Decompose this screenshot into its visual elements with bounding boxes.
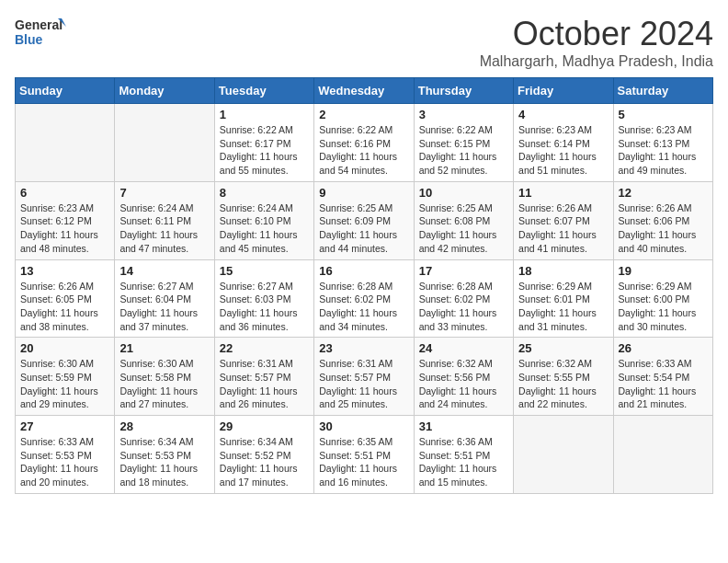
logo-svg: GeneralBlue	[15, 15, 70, 52]
day-cell-1: 1Sunrise: 6:22 AM Sunset: 6:17 PM Daylig…	[214, 104, 313, 182]
col-header-wednesday: Wednesday	[314, 78, 414, 104]
day-cell-12: 12Sunrise: 6:26 AM Sunset: 6:06 PM Dayli…	[613, 181, 712, 259]
day-cell-10: 10Sunrise: 6:25 AM Sunset: 6:08 PM Dayli…	[414, 181, 513, 259]
day-info: Sunrise: 6:28 AM Sunset: 6:02 PM Dayligh…	[319, 280, 408, 334]
day-number: 20	[20, 341, 109, 355]
day-info: Sunrise: 6:31 AM Sunset: 5:57 PM Dayligh…	[220, 357, 309, 411]
day-cell-16: 16Sunrise: 6:28 AM Sunset: 6:02 PM Dayli…	[314, 259, 414, 338]
day-info: Sunrise: 6:29 AM Sunset: 6:01 PM Dayligh…	[518, 280, 608, 334]
day-info: Sunrise: 6:23 AM Sunset: 6:14 PM Dayligh…	[518, 123, 608, 178]
day-info: Sunrise: 6:22 AM Sunset: 6:15 PM Dayligh…	[419, 123, 508, 178]
day-info: Sunrise: 6:31 AM Sunset: 5:57 PM Dayligh…	[319, 357, 408, 411]
day-info: Sunrise: 6:23 AM Sunset: 6:13 PM Dayligh…	[619, 123, 708, 178]
calendar-week-3: 13Sunrise: 6:26 AM Sunset: 6:05 PM Dayli…	[16, 259, 713, 338]
calendar-table: SundayMondayTuesdayWednesdayThursdayFrid…	[15, 77, 713, 494]
day-info: Sunrise: 6:25 AM Sunset: 6:08 PM Dayligh…	[419, 201, 508, 256]
day-number: 24	[419, 341, 508, 355]
day-info: Sunrise: 6:32 AM Sunset: 5:55 PM Dayligh…	[518, 357, 608, 411]
day-cell-15: 15Sunrise: 6:27 AM Sunset: 6:03 PM Dayli…	[214, 259, 313, 338]
day-cell-21: 21Sunrise: 6:30 AM Sunset: 5:58 PM Dayli…	[115, 338, 214, 416]
day-number: 21	[119, 341, 209, 355]
day-info: Sunrise: 6:30 AM Sunset: 5:59 PM Dayligh…	[20, 357, 109, 411]
calendar-week-2: 6Sunrise: 6:23 AM Sunset: 6:12 PM Daylig…	[16, 181, 713, 259]
day-info: Sunrise: 6:25 AM Sunset: 6:09 PM Dayligh…	[319, 201, 408, 256]
day-cell-13: 13Sunrise: 6:26 AM Sunset: 6:05 PM Dayli…	[16, 259, 115, 338]
day-number: 13	[20, 264, 109, 278]
day-info: Sunrise: 6:34 AM Sunset: 5:52 PM Dayligh…	[220, 435, 309, 489]
day-info: Sunrise: 6:27 AM Sunset: 6:03 PM Dayligh…	[220, 280, 309, 334]
day-number: 14	[119, 264, 209, 278]
svg-text:General: General	[15, 17, 63, 32]
day-info: Sunrise: 6:24 AM Sunset: 6:11 PM Dayligh…	[119, 201, 209, 256]
svg-text:Blue: Blue	[15, 32, 43, 47]
day-cell-27: 27Sunrise: 6:33 AM Sunset: 5:53 PM Dayli…	[16, 416, 115, 494]
calendar-week-1: 1Sunrise: 6:22 AM Sunset: 6:17 PM Daylig…	[16, 104, 713, 182]
day-info: Sunrise: 6:26 AM Sunset: 6:07 PM Dayligh…	[518, 201, 608, 256]
day-number: 10	[419, 186, 508, 200]
col-header-saturday: Saturday	[613, 78, 712, 104]
location-title: Malhargarh, Madhya Pradesh, India	[480, 53, 713, 70]
day-cell-24: 24Sunrise: 6:32 AM Sunset: 5:56 PM Dayli…	[414, 338, 513, 416]
day-cell-6: 6Sunrise: 6:23 AM Sunset: 6:12 PM Daylig…	[16, 181, 115, 259]
day-info: Sunrise: 6:33 AM Sunset: 5:54 PM Dayligh…	[619, 357, 708, 411]
empty-cell	[514, 416, 613, 494]
empty-cell	[613, 416, 712, 494]
day-info: Sunrise: 6:27 AM Sunset: 6:04 PM Dayligh…	[119, 280, 209, 334]
day-number: 26	[619, 341, 708, 355]
empty-cell	[16, 104, 115, 182]
day-number: 15	[220, 264, 309, 278]
day-number: 19	[619, 264, 708, 278]
day-number: 30	[319, 419, 408, 433]
header-row: SundayMondayTuesdayWednesdayThursdayFrid…	[16, 78, 713, 104]
day-info: Sunrise: 6:34 AM Sunset: 5:53 PM Dayligh…	[119, 435, 209, 489]
day-number: 6	[20, 186, 109, 200]
day-cell-5: 5Sunrise: 6:23 AM Sunset: 6:13 PM Daylig…	[613, 104, 712, 182]
day-cell-18: 18Sunrise: 6:29 AM Sunset: 6:01 PM Dayli…	[514, 259, 613, 338]
day-cell-4: 4Sunrise: 6:23 AM Sunset: 6:14 PM Daylig…	[514, 104, 613, 182]
day-number: 29	[220, 419, 309, 433]
day-number: 31	[419, 419, 508, 433]
day-number: 7	[119, 186, 209, 200]
month-title: October 2024	[480, 15, 713, 53]
empty-cell	[115, 104, 214, 182]
day-info: Sunrise: 6:29 AM Sunset: 6:00 PM Dayligh…	[619, 280, 708, 334]
day-cell-9: 9Sunrise: 6:25 AM Sunset: 6:09 PM Daylig…	[314, 181, 414, 259]
day-number: 25	[518, 341, 608, 355]
day-cell-7: 7Sunrise: 6:24 AM Sunset: 6:11 PM Daylig…	[115, 181, 214, 259]
day-number: 23	[319, 341, 408, 355]
day-cell-17: 17Sunrise: 6:28 AM Sunset: 6:02 PM Dayli…	[414, 259, 513, 338]
col-header-monday: Monday	[115, 78, 214, 104]
calendar-week-4: 20Sunrise: 6:30 AM Sunset: 5:59 PM Dayli…	[16, 338, 713, 416]
day-number: 1	[220, 108, 309, 121]
day-cell-20: 20Sunrise: 6:30 AM Sunset: 5:59 PM Dayli…	[16, 338, 115, 416]
day-cell-19: 19Sunrise: 6:29 AM Sunset: 6:00 PM Dayli…	[613, 259, 712, 338]
day-cell-14: 14Sunrise: 6:27 AM Sunset: 6:04 PM Dayli…	[115, 259, 214, 338]
day-number: 8	[220, 186, 309, 200]
day-number: 28	[119, 419, 209, 433]
day-cell-8: 8Sunrise: 6:24 AM Sunset: 6:10 PM Daylig…	[214, 181, 313, 259]
day-info: Sunrise: 6:23 AM Sunset: 6:12 PM Dayligh…	[20, 201, 109, 256]
day-info: Sunrise: 6:26 AM Sunset: 6:06 PM Dayligh…	[619, 201, 708, 256]
day-info: Sunrise: 6:28 AM Sunset: 6:02 PM Dayligh…	[419, 280, 508, 334]
day-number: 11	[518, 186, 608, 200]
day-cell-22: 22Sunrise: 6:31 AM Sunset: 5:57 PM Dayli…	[214, 338, 313, 416]
day-number: 16	[319, 264, 408, 278]
day-info: Sunrise: 6:24 AM Sunset: 6:10 PM Dayligh…	[220, 201, 309, 256]
page-header: GeneralBlue October 2024 Malhargarh, Mad…	[15, 15, 713, 70]
day-cell-2: 2Sunrise: 6:22 AM Sunset: 6:16 PM Daylig…	[314, 104, 414, 182]
day-number: 22	[220, 341, 309, 355]
day-cell-23: 23Sunrise: 6:31 AM Sunset: 5:57 PM Dayli…	[314, 338, 414, 416]
day-info: Sunrise: 6:33 AM Sunset: 5:53 PM Dayligh…	[20, 435, 109, 489]
day-number: 4	[518, 108, 608, 121]
day-info: Sunrise: 6:22 AM Sunset: 6:17 PM Dayligh…	[220, 123, 309, 178]
day-number: 27	[20, 419, 109, 433]
col-header-tuesday: Tuesday	[214, 78, 313, 104]
title-block: October 2024 Malhargarh, Madhya Pradesh,…	[480, 15, 713, 70]
col-header-friday: Friday	[514, 78, 613, 104]
day-cell-11: 11Sunrise: 6:26 AM Sunset: 6:07 PM Dayli…	[514, 181, 613, 259]
day-number: 2	[319, 108, 408, 121]
day-number: 18	[518, 264, 608, 278]
day-cell-31: 31Sunrise: 6:36 AM Sunset: 5:51 PM Dayli…	[414, 416, 513, 494]
calendar-week-5: 27Sunrise: 6:33 AM Sunset: 5:53 PM Dayli…	[16, 416, 713, 494]
day-number: 5	[619, 108, 708, 121]
